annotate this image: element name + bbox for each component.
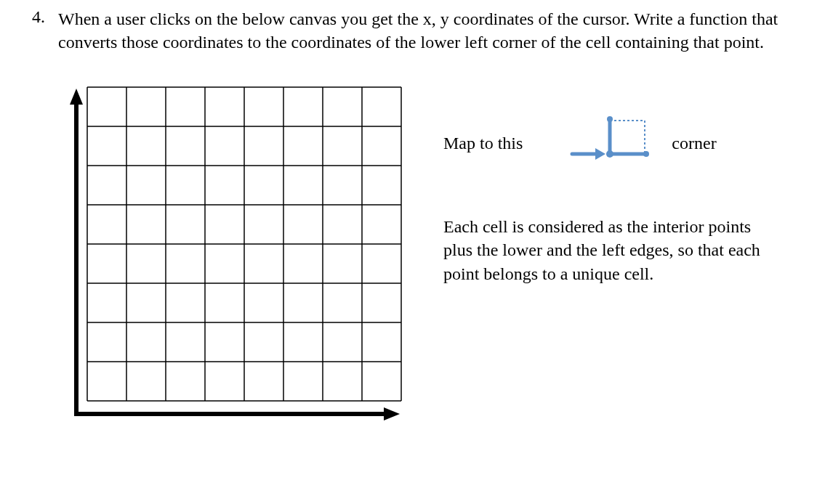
svg-marker-21 [384, 407, 400, 420]
map-label: Map to this [443, 134, 523, 153]
right-content: Map to this corner [443, 73, 763, 285]
question-text: When a user clicks on the below canvas y… [58, 7, 795, 54]
cell-description: Each cell is considered as the interior … [443, 215, 763, 285]
svg-point-26 [607, 116, 613, 122]
map-row: Map to this corner [443, 116, 763, 171]
svg-marker-30 [595, 148, 605, 160]
content-area: Map to this corner [58, 73, 795, 428]
question-block: 4. When a user clicks on the below canva… [22, 7, 795, 54]
svg-point-27 [606, 150, 613, 158]
grid-svg [58, 73, 407, 428]
question-number: 4. [22, 7, 58, 27]
svg-point-28 [643, 151, 649, 157]
svg-marker-19 [70, 89, 83, 105]
corner-icon [566, 116, 653, 171]
grid-figure [58, 73, 407, 428]
corner-label: corner [672, 134, 716, 153]
